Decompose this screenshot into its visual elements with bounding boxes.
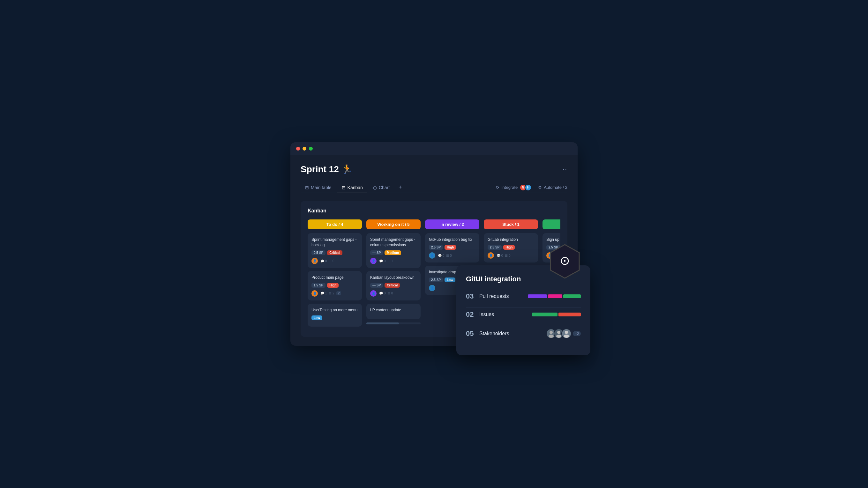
card-meta: 💬 0 ☰ 1 xyxy=(379,259,393,263)
card-avatar: 👤 xyxy=(488,252,494,259)
comment-count: 💬 1 xyxy=(320,292,327,295)
card-footer: 👤 💬 0 ☰ 0 xyxy=(429,252,475,259)
card-lp-content[interactable]: LP content update xyxy=(366,304,421,319)
avatar-2: H xyxy=(525,184,532,191)
pr-count: 03 xyxy=(466,292,475,300)
column-scrollbar[interactable] xyxy=(366,322,421,324)
svg-point-6 xyxy=(565,331,568,334)
card-sprint-backlog[interactable]: Sprint management gaps - backlog 0.5 SP … xyxy=(308,233,362,268)
tab-add-button[interactable]: + xyxy=(395,182,405,193)
card-footer: 👤 💬 0 ☰ 0 xyxy=(370,290,417,297)
svg-text:⊙: ⊙ xyxy=(560,254,570,267)
card-title: Sign up modal xyxy=(546,237,560,242)
pr-bar-seg-1 xyxy=(528,294,547,298)
card-meta: 💬 0 ☰ 0 xyxy=(320,259,335,263)
tab-kanban-label: Kanban xyxy=(347,185,363,190)
priority-tag: High xyxy=(444,245,456,250)
kanban-title: Kanban xyxy=(308,208,560,214)
col-working-label: Working on it / 5 xyxy=(377,222,410,227)
sp-label: SP xyxy=(377,284,381,287)
col-stuck-label: Stuck / 1 xyxy=(502,222,519,227)
card-avatar: 👤 xyxy=(429,252,435,259)
stakeholders-avatars: +2 xyxy=(546,328,581,339)
priority-tag: Medium xyxy=(384,250,401,255)
card-kanban-layout[interactable]: Kanban layout breakdown — SP Critical 👤 xyxy=(366,271,421,300)
close-dot[interactable] xyxy=(296,147,300,151)
tab-kanban[interactable]: ⊟ Kanban xyxy=(337,183,367,193)
automate-label: Automate / 2 xyxy=(544,185,567,190)
gitui-panel: ⊙ GitUI integration 03 Pull requests 02 … xyxy=(456,265,590,355)
pr-bar-seg-3 xyxy=(563,294,581,298)
card-title: Sprint management gaps - backlog xyxy=(311,237,358,248)
maximize-dot[interactable] xyxy=(309,147,313,151)
card-usertesting[interactable]: UserTesting on more menu Low xyxy=(308,304,362,327)
issues-bar-seg-1 xyxy=(532,313,558,316)
more-button[interactable]: ··· xyxy=(560,166,567,173)
sp-tag: 0.5 SP xyxy=(311,250,326,255)
col-header-working: Working on it / 5 xyxy=(366,220,421,229)
titlebar xyxy=(290,142,578,155)
card-tags: 2.5 SP High xyxy=(429,245,475,250)
subtask-count: ☰ 1 xyxy=(388,259,393,263)
page-header: Sprint 12 🏃 ··· xyxy=(301,164,567,174)
priority-tag: Low xyxy=(444,278,455,282)
gitui-row-pullrequests: 03 Pull requests xyxy=(466,292,581,300)
comment-count: 💬 0 xyxy=(379,259,385,263)
subtask-count: ☰ 0 xyxy=(446,254,452,257)
sp-label: SP xyxy=(437,278,441,282)
sp-val: 0.5 xyxy=(314,251,318,255)
col-header-stuck: Stuck / 1 xyxy=(484,220,538,229)
card-title: Kanban layout breakdown xyxy=(370,275,417,280)
sp-label: SP xyxy=(319,284,323,287)
card-tags: 2.5 SP High xyxy=(488,245,534,250)
card-meta: 💬 0 ☰ 0 xyxy=(379,292,393,295)
integrate-icon: ⟳ xyxy=(496,185,499,190)
sp-val: — xyxy=(372,284,376,287)
card-footer: 👤 💬 0 ☰ 0 xyxy=(488,252,534,259)
issues-bar-seg-2 xyxy=(558,313,581,316)
svg-point-7 xyxy=(564,334,569,338)
stakeholders-label: Stakeholders xyxy=(479,331,541,336)
column-working: Working on it / 5 Sprint management gaps… xyxy=(366,220,421,329)
card-sprint-columns[interactable]: Sprint management gaps - columns permiss… xyxy=(366,233,421,268)
automate-icon: ⚙ xyxy=(538,185,542,190)
card-footer: 👤 💬 1 ☰ 2 2 xyxy=(311,290,358,297)
card-footer: 👤 💬 0 ☰ 1 xyxy=(370,258,417,264)
tab-main-table[interactable]: ⊞ Main table xyxy=(301,183,336,193)
divider-2 xyxy=(466,326,581,326)
card-gitlab-integration[interactable]: GitLab integration 2.5 SP High 👤 xyxy=(484,233,538,262)
gitui-row-stakeholders: 05 Stakeholders xyxy=(466,328,581,339)
col-header-todo: To do / 4 xyxy=(308,220,362,229)
pr-label: Pull requests xyxy=(479,293,523,299)
issues-bar xyxy=(532,313,581,316)
priority-tag: High xyxy=(327,283,339,288)
card-title: Sprint management gaps - columns permiss… xyxy=(370,237,417,248)
sp-val: — xyxy=(372,251,376,255)
priority-tag: Critical xyxy=(384,283,400,288)
sp-val: 2.5 xyxy=(490,246,494,249)
automate-button[interactable]: ⚙ Automate / 2 xyxy=(538,185,567,190)
sp-tag: — SP xyxy=(370,283,383,288)
card-title: Product main page xyxy=(311,275,358,280)
sp-tag: 2.5 SP xyxy=(488,245,502,250)
stakeholders-count: 05 xyxy=(466,329,475,338)
integrate-button[interactable]: ⟳ Integrate G H xyxy=(496,184,532,191)
card-tags: 0.5 SP Critical xyxy=(311,250,358,255)
subtask-count: ☰ 2 xyxy=(329,292,334,295)
github-logo-wrapper: ⊙ xyxy=(549,243,581,275)
svg-point-5 xyxy=(556,334,561,338)
tab-chart[interactable]: ◷ Chart xyxy=(369,183,394,193)
stakeholders-plus: +2 xyxy=(573,331,581,336)
card-product-main[interactable]: Product main page 1.5 SP High 👤 xyxy=(308,271,362,300)
scrollbar-thumb xyxy=(366,322,399,324)
page-title: Sprint 12 🏃 xyxy=(301,164,352,174)
comment-count: 💬 0 xyxy=(497,254,503,257)
minimize-dot[interactable] xyxy=(303,147,306,151)
subtask-badge: 2 xyxy=(336,291,341,295)
col-todo-label: To do / 4 xyxy=(327,222,343,227)
column-todo: To do / 4 Sprint management gaps - backl… xyxy=(308,220,362,329)
card-github-bug[interactable]: GitHub integration bug fix 2.5 SP High 👤 xyxy=(425,233,479,262)
card-avatar: 👤 xyxy=(311,258,318,264)
card-tags: — SP Medium xyxy=(370,250,417,255)
subtask-count: ☰ 0 xyxy=(388,292,393,295)
